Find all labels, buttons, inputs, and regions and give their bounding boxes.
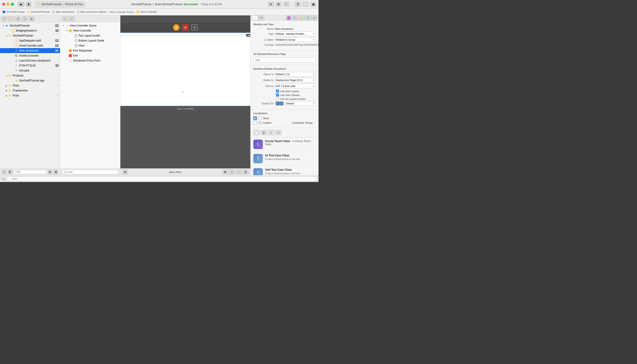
- breadcrumb-item-2[interactable]: 📁 GtmSwiftTutorial: [27, 10, 50, 14]
- navigator-tab-search[interactable]: 🔍: [22, 16, 28, 21]
- sidebar-item-bridging-header[interactable]: h BridgingHeader.h A: [0, 28, 60, 33]
- fullscreen-button[interactable]: [11, 3, 14, 6]
- sidebar-hierarchy-btn[interactable]: ⊞: [54, 170, 58, 174]
- breadcrumb-item-3[interactable]: 📋 Main.storyboard: [52, 10, 74, 14]
- sidebar-item-viewcontroller[interactable]: S ViewController.swift M: [0, 43, 60, 48]
- opens-in-select[interactable]: Default (7.0): [275, 72, 316, 76]
- editor-toggle-btn[interactable]: ⊟: [268, 2, 274, 7]
- auto-layout-checkbox[interactable]: [276, 90, 279, 92]
- run-button[interactable]: ▶: [18, 2, 24, 7]
- build-label: Build GtmSwiftTutorial:: [155, 3, 183, 6]
- identity-inspector-tab[interactable]: 🆔: [286, 16, 292, 20]
- inspector-brace-tab[interactable]: {}: [260, 130, 267, 135]
- help-inspector-tab[interactable]: ?: [258, 16, 264, 20]
- assistant-btn[interactable]: ⊞: [275, 2, 281, 7]
- actual-size-btn[interactable]: ⊡: [243, 170, 248, 174]
- sidebar-item-pods2[interactable]: ▶ 📁 Pods ?: [0, 93, 60, 98]
- fit-page-btn[interactable]: ⊞: [222, 170, 228, 174]
- unit-name-text: Unit Test Case Class: [265, 168, 292, 171]
- global-tint-swatch[interactable]: [275, 102, 283, 106]
- top-layout-icon: □: [75, 34, 78, 37]
- outline-scene[interactable]: ▼ □ View Controller Scene: [60, 23, 120, 28]
- sidebar-item-gtm-plist[interactable]: P GTM-PT3L9Z A: [0, 63, 60, 68]
- file-inspector-tab[interactable]: 📄: [252, 16, 258, 20]
- inspector-circle-tab[interactable]: ○: [268, 130, 274, 135]
- sidebar-item-group[interactable]: ▼ 📁 GtmSwiftTutorial: [0, 33, 60, 38]
- sidebar-item-main-storyboard[interactable]: ≡ Main.storyboard M: [0, 48, 60, 53]
- breadcrumb-item-5[interactable]: View Controller Scene: [109, 11, 134, 14]
- file-navigator: + 📁 ⚠ 🔍 ◎ ▼ ■ GtmSwiftTutorial M h Bridg…: [0, 16, 60, 175]
- outline-entry-point[interactable]: → • Storyboard Entry Point: [60, 58, 120, 63]
- outline-first-responder[interactable]: 🟠 First Responder: [60, 48, 120, 53]
- outline-top-layout[interactable]: □ Top Layout Guide: [60, 33, 120, 38]
- base-checkbox[interactable]: [253, 116, 257, 120]
- navigator-btn[interactable]: ☰: [295, 2, 301, 7]
- launch-screen-checkbox[interactable]: [276, 97, 279, 100]
- minimize-button[interactable]: [7, 3, 10, 6]
- view-controller-scene[interactable]: ● ⊕ ⊠ ■■■■: [120, 22, 250, 111]
- size-classes-checkbox[interactable]: [276, 94, 279, 96]
- size-inspector-tab[interactable]: 📏: [298, 16, 304, 20]
- breadcrumb-item-6[interactable]: 🟡 View Controller: [136, 10, 157, 14]
- iphone-view-frame[interactable]: ■■■■: [120, 32, 250, 106]
- sidebar-item-info-plist[interactable]: P Info.plist: [0, 68, 60, 73]
- sidebar-item-launchscreen[interactable]: ≡ LaunchScreen.storyboard: [0, 58, 60, 63]
- scheme-selector[interactable]: 📁 GtmSwiftTutorial | iPhone 6s Plus: [35, 1, 85, 7]
- breadcrumb-item-4[interactable]: 📋 Main.storyboard (Base): [77, 10, 106, 14]
- navigator-tab-source[interactable]: ◎: [29, 16, 35, 21]
- breadcrumb-item-1[interactable]: 🔵 GtmSwiftTutorial: [2, 10, 25, 14]
- utilities-btn[interactable]: ▣: [310, 2, 316, 7]
- bindings-inspector-tab[interactable]: ↩: [311, 16, 317, 20]
- add-file-btn[interactable]: +: [1, 16, 7, 21]
- navigator-tab-warning[interactable]: ⚠: [15, 16, 21, 21]
- global-filter-input[interactable]: [7, 176, 317, 181]
- scene-icon: □: [65, 24, 69, 28]
- add-item-btn[interactable]: +: [2, 170, 6, 174]
- outline-bottom-layout[interactable]: □ Bottom Layout Guide: [60, 38, 120, 43]
- sidebar-item-project[interactable]: ▼ ■ GtmSwiftTutorial M: [0, 23, 60, 28]
- type-select[interactable]: Default - Interface Builder...: [275, 32, 316, 36]
- global-tint-label: Global Tint: [253, 102, 274, 105]
- stop-button[interactable]: ■: [26, 2, 31, 7]
- debug-btn[interactable]: ⬜: [302, 2, 308, 7]
- sidebar-item-appdelegate[interactable]: S AppDelegate.swift M: [0, 38, 60, 43]
- unit-test-class-template[interactable]: T Unit Test Case Class A class implement…: [251, 166, 318, 175]
- info-plist-icon: P: [15, 69, 18, 72]
- cocoa-touch-class-template[interactable]: C Cocoa Touch Class - A Cocoa Touch clas…: [251, 137, 318, 152]
- sidebar-item-pods[interactable]: ▶ 📁 Pods ?: [0, 83, 60, 88]
- attributes-inspector-tab[interactable]: 🔧: [292, 16, 298, 20]
- vc-red-icon[interactable]: ⊕: [182, 24, 189, 31]
- inspector-rect-tab[interactable]: □: [275, 130, 281, 135]
- location-select[interactable]: Relative to Group: [275, 38, 316, 42]
- vc-yellow-icon[interactable]: ●: [173, 24, 179, 31]
- outline-viewcontroller[interactable]: ▼ 🟡 View Controller: [60, 28, 120, 33]
- zoom-in-btn[interactable]: +: [229, 170, 235, 174]
- outline-exit[interactable]: 🟥 Exit: [60, 53, 120, 58]
- global-tint-select[interactable]: Default: [285, 101, 316, 106]
- close-button[interactable]: [2, 3, 5, 6]
- sidebar-item-products[interactable]: ▼ 📁 Products: [0, 73, 60, 78]
- sidebar-filter-input[interactable]: [14, 170, 47, 174]
- navigator-tab-folder[interactable]: 📁: [8, 16, 14, 21]
- filter-btn[interactable]: ⚙: [8, 170, 12, 174]
- zoom-out-btn[interactable]: −: [236, 170, 242, 174]
- toggle-canvas-btn[interactable]: ⊟: [122, 170, 128, 174]
- sidebar-item-assets[interactable]: 🎨 Assets.xcassets: [0, 53, 60, 58]
- sidebar-item-frameworks[interactable]: ▶ 📁 Frameworks: [0, 88, 60, 93]
- sidebar-item-app[interactable]: ★ GtmSwiftTutorial.app: [0, 78, 60, 83]
- inspector-file-tab[interactable]: 📄: [253, 130, 260, 135]
- builds-for-select[interactable]: Deployment Target (9.2): [275, 78, 316, 82]
- tags-input[interactable]: [253, 57, 316, 63]
- canvas-content[interactable]: → ● ⊕ ⊠ ■■■■: [120, 16, 250, 168]
- outline-view[interactable]: □ View: [60, 43, 120, 48]
- vc-dark-icon[interactable]: ⊠: [191, 24, 198, 31]
- english-checkbox[interactable]: [253, 121, 257, 124]
- ui-test-class-template[interactable]: T UI Test Case Class A class implementin…: [251, 152, 318, 166]
- outline-forward-btn[interactable]: ›: [69, 16, 75, 21]
- connections-inspector-tab[interactable]: 🔗: [305, 16, 311, 20]
- sidebar-view-btn[interactable]: ⊟: [48, 170, 53, 174]
- outline-filter-input[interactable]: [62, 170, 118, 174]
- version-btn[interactable]: ↔: [283, 2, 289, 7]
- outline-back-btn[interactable]: ‹: [62, 16, 68, 21]
- view-as-select[interactable]: iOS 7.0 and Later: [275, 84, 316, 88]
